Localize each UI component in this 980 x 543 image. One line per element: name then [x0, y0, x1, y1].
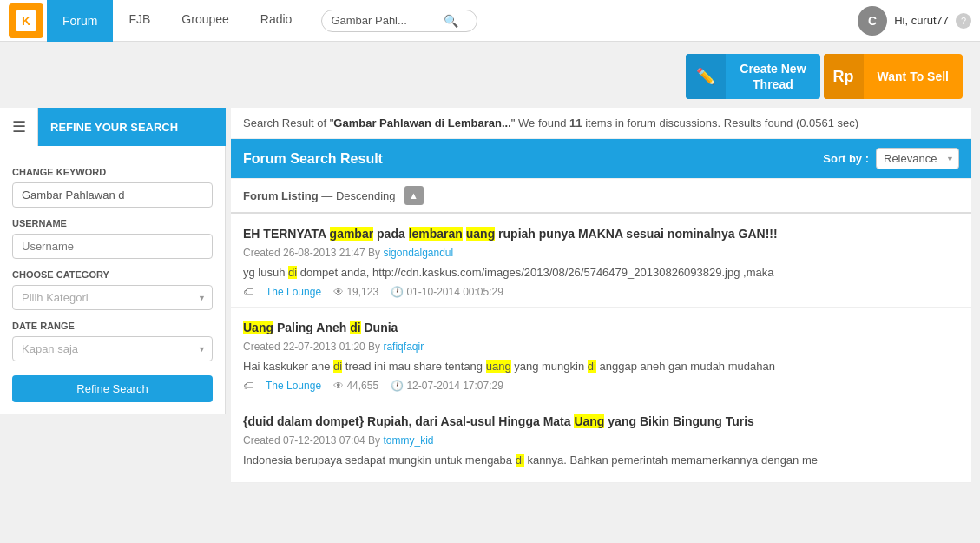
pencil-icon: ✏️ [686, 54, 726, 99]
choose-category-label: CHOOSE CATEGORY [12, 269, 213, 280]
action-bar: ✏️ Create NewThread Rp Want To Sell [0, 42, 980, 108]
change-keyword-label: CHANGE KEYWORD [12, 167, 213, 177]
search-button[interactable]: 🔍 [444, 14, 458, 28]
tag-lounge-2[interactable]: The Lounge [266, 380, 321, 392]
logo[interactable]: K [9, 3, 43, 38]
main-layout: ☰ REFINE YOUR SEARCH CHANGE KEYWORD USER… [0, 108, 980, 543]
sidebar-toggle[interactable]: ☰ [0, 108, 38, 146]
listing-bar: Forum Listing — Descending ▲ [231, 178, 971, 214]
result-title-1: EH TERNYATA gambar pada lembaran uang ru… [243, 226, 959, 243]
result-title-2: Uang Paling Aneh di Dunia [243, 320, 959, 337]
result-snippet-2: Hai kaskuker ane di tread ini mau share … [243, 358, 959, 375]
result-snippet-1: yg lusuh di dompet anda, http://cdn.kask… [243, 264, 959, 281]
help-icon[interactable]: ? [956, 13, 971, 29]
create-thread-button[interactable]: ✏️ Create NewThread [686, 54, 819, 99]
username-label: USERNAME [12, 218, 213, 228]
search-info-bar: Search Result of "Gambar Pahlawan di Lem… [231, 108, 971, 139]
rp-icon: Rp [824, 54, 864, 99]
refine-label: REFINE YOUR SEARCH [50, 121, 178, 134]
result-tags-1: 🏷 The Lounge 👁 19,123 🕐 01-10-2014 00:05… [243, 286, 959, 298]
date-range-label: DATE RANGE [12, 321, 213, 331]
result-tags-2: 🏷 The Lounge 👁 44,655 🕐 12-07-2014 17:07… [243, 380, 959, 392]
search-bar: 🔍 [321, 10, 477, 32]
logo-letter: K [22, 14, 30, 28]
listing-label: Forum Listing — Descending [243, 189, 396, 202]
header-right: C Hi, curut77 ? [858, 6, 971, 36]
tag-lounge-1[interactable]: The Lounge [266, 286, 321, 298]
result-title-3: {duid dalam dompet} Rupiah, dari Asal-us… [243, 414, 959, 431]
category-select[interactable]: Pilih Kategori [12, 285, 213, 310]
author-link-3[interactable]: tommy_kid [383, 434, 433, 447]
content: Search Result of "Gambar Pahlawan di Lem… [226, 108, 980, 543]
sidebar: ☰ REFINE YOUR SEARCH CHANGE KEYWORD USER… [0, 108, 226, 543]
views-2: 👁 44,655 [333, 380, 378, 392]
create-thread-label: Create NewThread [726, 61, 819, 92]
result-title: Forum Search Result [243, 151, 383, 167]
avatar: C [858, 6, 887, 36]
refine-header: REFINE YOUR SEARCH [38, 108, 226, 146]
tag-icon-1: 🏷 [243, 286, 253, 298]
results-list: EH TERNYATA gambar pada lembaran uang ru… [231, 214, 971, 483]
author-link-1[interactable]: sigondalgandul [383, 247, 453, 259]
listing-sort-arrow[interactable]: ▲ [404, 186, 424, 205]
result-header: Forum Search Result Sort by : Relevance … [231, 139, 971, 178]
want-to-sell-button[interactable]: Rp Want To Sell [824, 54, 963, 99]
sort-control: Sort by : Relevance Date Views [823, 148, 959, 169]
date-range-select[interactable]: Kapan saja Hari ini Minggu ini Bulan ini [12, 336, 213, 361]
greeting: Hi, curut77 [894, 14, 949, 27]
tab-forum[interactable]: Forum [47, 0, 113, 42]
nav-tabs: Forum FJB Groupee Radio [47, 0, 307, 42]
header: K Forum FJB Groupee Radio 🔍 C Hi, curut7… [0, 0, 980, 42]
result-item: EH TERNYATA gambar pada lembaran uang ru… [231, 214, 971, 308]
keyword-input[interactable] [12, 182, 213, 208]
username-input[interactable] [12, 234, 213, 259]
tag-icon-2: 🏷 [243, 380, 253, 392]
date-2: 🕐 12-07-2014 17:07:29 [391, 380, 503, 392]
date-1: 🕐 01-10-2014 00:05:29 [391, 286, 503, 298]
result-item-3: {duid dalam dompet} Rupiah, dari Asal-us… [231, 401, 971, 483]
want-to-sell-label: Want To Sell [864, 69, 963, 84]
tab-fjb[interactable]: FJB [113, 0, 166, 42]
tab-groupee[interactable]: Groupee [166, 0, 244, 42]
views-1: 👁 19,123 [333, 286, 378, 298]
sort-label: Sort by : [823, 152, 869, 165]
result-snippet-3: Indonesia berupaya sedapat mungkin untuk… [243, 452, 959, 469]
search-input[interactable] [331, 14, 444, 27]
author-link-2[interactable]: rafiqfaqir [383, 341, 424, 353]
result-meta-1: Created 26-08-2013 21:47 By sigondalgand… [243, 247, 959, 259]
result-item-2: Uang Paling Aneh di Dunia Created 22-07-… [231, 308, 971, 401]
sort-select[interactable]: Relevance Date Views [876, 148, 959, 169]
sidebar-content: CHANGE KEYWORD USERNAME CHOOSE CATEGORY … [0, 146, 226, 414]
tab-radio[interactable]: Radio [245, 0, 308, 42]
result-meta-3: Created 07-12-2013 07:04 By tommy_kid [243, 434, 959, 447]
result-meta-2: Created 22-07-2013 01:20 By rafiqfaqir [243, 341, 959, 353]
refine-search-button[interactable]: Refine Search [12, 375, 213, 402]
